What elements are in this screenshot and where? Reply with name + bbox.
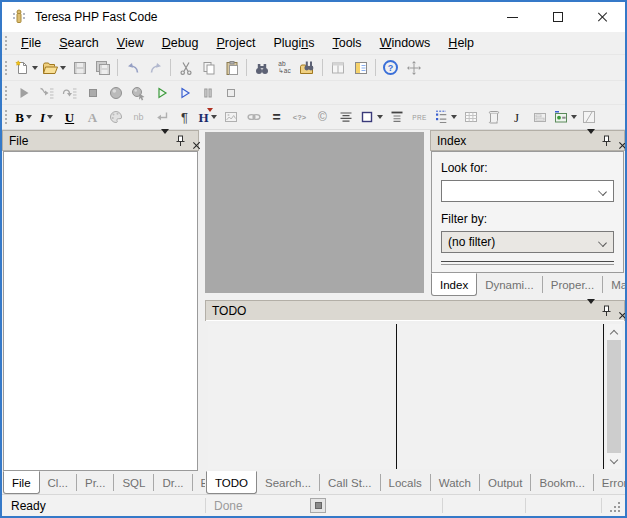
run-to-cursor-button[interactable] [150,82,173,104]
insert-object-button[interactable] [551,106,579,128]
tab-locals[interactable]: Locals [381,474,431,491]
tab-sql[interactable]: SQL [114,474,154,491]
italic-button[interactable]: I [35,106,58,128]
tab-dynamic[interactable]: Dynami... [477,276,543,293]
todo-list-area[interactable] [208,324,604,469]
tab-map[interactable]: Map [603,276,627,293]
toolbar1-gripper[interactable] [5,61,7,75]
insert-image-button[interactable] [219,106,242,128]
split-window-button[interactable] [326,57,349,79]
index-panel-menu-button[interactable] [587,134,595,148]
tab-search-results[interactable]: Search... [257,474,320,491]
vertical-scrollbar[interactable] [606,324,622,469]
insert-link-button[interactable] [242,106,265,128]
line-break-button[interactable] [150,106,173,128]
align-center-button[interactable] [334,106,357,128]
stack-frame-button[interactable] [219,82,242,104]
tab-output[interactable]: Output [480,474,532,491]
minimize-button[interactable] [490,2,535,32]
scroll-up-button[interactable] [606,324,622,339]
horizontal-splitter[interactable] [441,261,614,265]
align-top-button[interactable] [385,106,408,128]
tab-bookmarks[interactable]: Bookm... [531,474,593,491]
status-indicator-button[interactable] [310,498,326,513]
todo-panel-menu-button[interactable] [587,304,595,318]
tab-errors[interactable]: Errors [594,474,627,491]
copyright-button[interactable]: © [311,106,334,128]
menu-plugins[interactable]: Plugins [264,33,323,53]
tab-drive[interactable]: Dr... [154,474,192,491]
file-panel-pin-button[interactable] [175,135,186,147]
save-button[interactable] [68,57,91,79]
resize-grip[interactable] [610,501,621,512]
save-all-button[interactable] [91,57,114,79]
menu-view[interactable]: View [108,33,153,53]
pause-button[interactable] [196,82,219,104]
toggle-breakpoint-button[interactable] [127,82,150,104]
font-button[interactable]: A [81,106,104,128]
toolbar2-gripper[interactable] [5,86,7,100]
menu-file[interactable]: File [12,33,50,53]
run-button[interactable] [12,82,35,104]
paragraph-button[interactable]: ¶ [173,106,196,128]
scrollbar-thumb[interactable] [607,340,621,453]
maximize-button[interactable] [535,2,580,32]
cut-button[interactable] [174,57,197,79]
find-button[interactable] [250,57,273,79]
menu-tools[interactable]: Tools [323,33,370,53]
menu-windows[interactable]: Windows [371,33,440,53]
menu-search[interactable]: Search [50,33,108,53]
look-for-input[interactable] [448,181,593,201]
javascript-button[interactable]: J [505,106,528,128]
script-button[interactable] [482,106,505,128]
tab-todo[interactable]: TODO [206,471,257,494]
menubar-gripper[interactable] [5,36,7,50]
list-button[interactable] [431,106,459,128]
tab-classes[interactable]: Cl... [40,474,77,491]
heading-button[interactable]: H [196,106,219,128]
open-file-button[interactable] [40,57,68,79]
look-for-combobox[interactable] [441,180,614,202]
tab-watch[interactable]: Watch [431,474,480,491]
continue-button[interactable] [173,82,196,104]
tab-project[interactable]: Pr... [77,474,114,491]
redo-button[interactable] [144,57,167,79]
app-icon[interactable] [11,9,27,25]
paste-button[interactable] [220,57,243,79]
filter-by-combobox[interactable]: (no filter) [441,231,614,253]
toolbar3-gripper[interactable] [5,110,7,124]
scroll-down-button[interactable] [606,454,622,469]
column-divider[interactable] [396,324,397,469]
undo-button[interactable] [121,57,144,79]
todo-panel-pin-button[interactable] [601,305,612,317]
file-tree-area[interactable] [3,151,198,471]
replace-button[interactable]: ab↳ac [273,57,296,79]
tab-index[interactable]: Index [431,273,477,296]
menu-debug[interactable]: Debug [153,33,208,53]
tab-properties[interactable]: Proper... [543,276,603,293]
clipped-toolbar-button[interactable] [579,106,602,128]
frame-border-button[interactable] [357,106,385,128]
close-button[interactable] [580,2,625,32]
file-panel-menu-button[interactable] [161,134,169,148]
nbsp-button[interactable]: nb [127,106,150,128]
step-over-button[interactable] [58,82,81,104]
fullscreen-button[interactable] [402,57,425,79]
color-button[interactable] [104,106,127,128]
copy-button[interactable] [197,57,220,79]
new-file-button[interactable] [12,57,40,79]
column-divider[interactable] [603,324,604,469]
find-in-files-button[interactable] [296,57,319,79]
menu-project[interactable]: Project [208,33,265,53]
underline-button[interactable]: U [58,106,81,128]
tab-call-stack[interactable]: Call St... [320,474,380,491]
menu-help[interactable]: Help [439,33,483,53]
form-button[interactable] [528,106,551,128]
horizontal-rule-button[interactable]: = [265,106,288,128]
preformatted-button[interactable]: PRE [408,106,431,128]
step-into-button[interactable] [35,82,58,104]
stop-button[interactable] [81,82,104,104]
tab-file[interactable]: File [3,471,40,494]
special-tag-button[interactable]: <?> [288,106,311,128]
bold-button[interactable]: B [12,106,35,128]
